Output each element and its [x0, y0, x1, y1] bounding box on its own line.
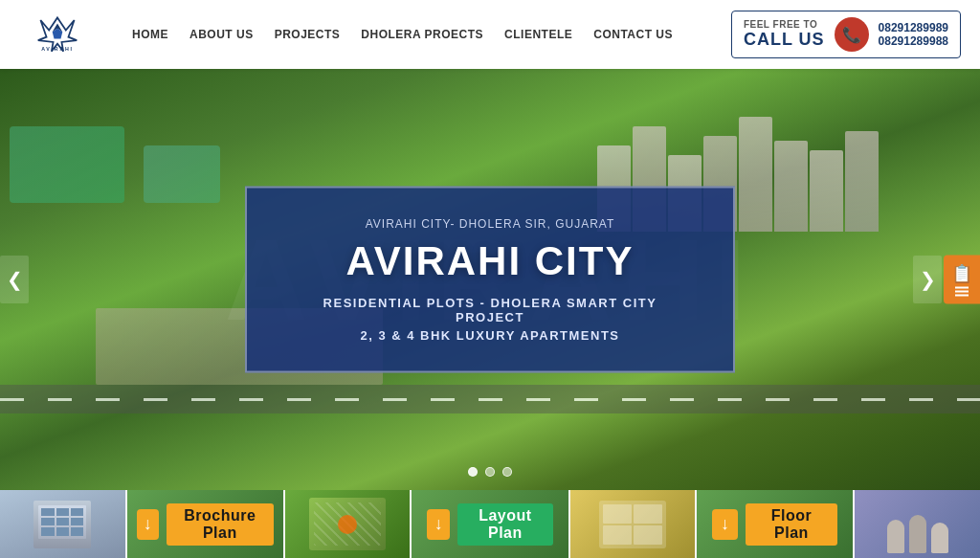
bottom-seg-floor-img: [570, 490, 696, 558]
brochure-plan-button[interactable]: ↓ Brochure Plan: [127, 498, 283, 551]
call-text: FEEL FREE TO CALL US: [744, 19, 825, 50]
layout-plan-button[interactable]: ↓ Layout Plan: [412, 498, 568, 551]
bottom-bar: ↓ Brochure Plan ↓ Layout Plan: [0, 490, 980, 558]
doc-icon: 📋: [951, 263, 972, 284]
bottom-seg-brochure: ↓ Brochure Plan: [127, 490, 283, 558]
layout-download-icon: ↓: [427, 509, 450, 540]
call-us-label: CALL US: [744, 30, 825, 50]
nav-clientele[interactable]: CLIENTELE: [497, 24, 580, 45]
logo[interactable]: AVIRAHI: [19, 13, 96, 56]
floor-plan-button[interactable]: ↓ Floor Plan: [697, 498, 853, 551]
hero-subtitle: AVIRAHI CITY- DHOLERA SIR, GUJARAT: [295, 217, 685, 231]
nav-projects[interactable]: PROJECTS: [267, 24, 348, 45]
sidebar-doc-icon[interactable]: 📋: [944, 256, 980, 304]
floor-download-icon: ↓: [712, 509, 737, 540]
phone1: 08291289989: [879, 21, 948, 34]
bottom-seg-layout-img: [285, 490, 411, 558]
floor-plan-label: Floor Plan: [746, 503, 838, 546]
carousel-dots: [468, 467, 512, 477]
phone-icon[interactable]: 📞: [835, 17, 869, 52]
hero-section: AVIRAHI ❮ AVIRAHI CITY- DHOLERA SIR, GUJ…: [0, 69, 980, 490]
dot-3[interactable]: [502, 467, 512, 477]
bottom-seg-floor: ↓ Floor Plan: [697, 490, 853, 558]
bottom-seg-1: [0, 490, 125, 558]
nav-contact[interactable]: CONTACT US: [586, 24, 680, 45]
layout-plan-label: Layout Plan: [457, 503, 552, 546]
brochure-plan-label: Brochure Plan: [167, 503, 274, 546]
prev-arrow[interactable]: ❮: [0, 256, 29, 303]
bottom-seg-layout: ↓ Layout Plan: [412, 490, 568, 558]
brochure-download-icon: ↓: [137, 509, 159, 540]
phone2: 08291289988: [879, 34, 948, 48]
dot-1[interactable]: [468, 467, 478, 477]
feel-free-label: FEEL FREE TO: [744, 19, 825, 30]
call-box: FEEL FREE TO CALL US 📞 08291289989 08291…: [731, 11, 961, 58]
main-nav: HOME ABOUT US PROJECTS DHOLERA PROECTS C…: [124, 24, 731, 45]
hero-line2: 2, 3 & 4 BHK LUXURY APARTMENTS: [295, 328, 685, 343]
sidebar-lines: [955, 287, 969, 297]
svg-text:AVIRAHI: AVIRAHI: [41, 46, 74, 52]
next-arrow[interactable]: ❯: [913, 256, 942, 303]
nav-dholera[interactable]: DHOLERA PROECTS: [353, 24, 491, 45]
nav-home[interactable]: HOME: [124, 24, 176, 45]
hero-overlay-box: AVIRAHI CITY- DHOLERA SIR, GUJARAT AVIRA…: [245, 187, 735, 373]
hero-line1: RESIDENTIAL PLOTS - DHOLERA SMART CITY P…: [295, 296, 685, 324]
nav-about[interactable]: ABOUT US: [182, 24, 261, 45]
dot-2[interactable]: [485, 467, 495, 477]
logo-icon: AVIRAHI: [36, 13, 78, 56]
header: AVIRAHI HOME ABOUT US PROJECTS DHOLERA P…: [0, 0, 980, 69]
phone-numbers: 08291289989 08291289988: [879, 21, 948, 48]
bottom-seg-last: [855, 490, 980, 558]
hero-title: AVIRAHI CITY: [295, 238, 685, 284]
